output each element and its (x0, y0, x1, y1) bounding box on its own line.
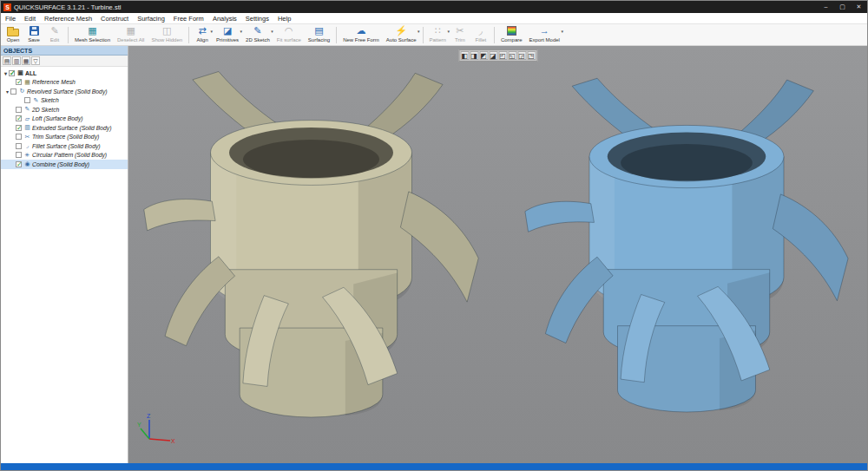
tree-label: Reference Mesh (32, 79, 76, 85)
primitives-button[interactable]: ◪ Primitives ▾ (213, 25, 242, 45)
menu-reference-mesh[interactable]: Reference Mesh (40, 13, 96, 24)
reference-mesh-model[interactable] (135, 65, 487, 442)
view-bottom-icon[interactable]: ◪ (489, 51, 497, 60)
checkbox-fillet-surface[interactable] (16, 143, 22, 149)
trim-label: Trim (455, 36, 465, 43)
menu-surfacing[interactable]: Surfacing (133, 13, 169, 24)
tree-label: Trim Surface (Solid Body) (32, 134, 99, 140)
checkbox-circular-pattern[interactable] (16, 152, 22, 158)
tree-view-icon[interactable]: ▤ (3, 56, 11, 65)
menu-file[interactable]: File (1, 13, 20, 24)
checkbox-sketch[interactable] (24, 97, 30, 103)
menu-construct[interactable]: Construct (96, 13, 133, 24)
menu-edit[interactable]: Edit (20, 13, 40, 24)
align-button[interactable]: ⇄ Align ▾ (192, 25, 213, 45)
new-free-form-button[interactable]: ☁ New Free Form (339, 25, 383, 45)
objects-tree: ▾ ▣ ALL ▦ Reference Mesh ▾ ↻ Revolved Su… (1, 67, 128, 169)
auto-surface-button[interactable]: ⚡ Auto Surface ▾ (383, 25, 420, 45)
checkbox-2d-sketch[interactable] (16, 107, 22, 113)
dropdown-arrow-icon[interactable]: ▾ (561, 29, 563, 34)
checkbox-combine[interactable] (16, 161, 22, 167)
view-right-icon[interactable]: ◨ (470, 51, 478, 60)
trim-button[interactable]: ✂ Trim (450, 25, 470, 45)
open-button[interactable]: Open (3, 25, 23, 45)
checkbox-trim-surface[interactable] (16, 134, 22, 140)
edit-button[interactable]: ✎ Edit (44, 25, 65, 45)
compare-button[interactable]: Compare (497, 25, 526, 45)
edit-label: Edit (50, 36, 59, 43)
viewport-3d[interactable]: ◧ ◨ ◩ ◪ ◰ ◱ ◲ ◳ (128, 46, 867, 463)
fit-surface-label: Fit surface (277, 36, 301, 43)
mesh-selection-button[interactable]: ▦ Mesh Selection (71, 25, 114, 45)
tree-item-reference-mesh[interactable]: ▦ Reference Mesh (1, 78, 128, 88)
tree-item-2d-sketch[interactable]: ✎ 2D Sketch (1, 105, 128, 114)
cad-model[interactable] (517, 72, 856, 436)
auto-surface-label: Auto Surface (386, 36, 417, 43)
deselect-all-button[interactable]: ▦ Deselect All (114, 25, 148, 45)
dropdown-arrow-icon[interactable]: ▾ (418, 29, 420, 34)
show-hidden-icon: ◫ (162, 25, 171, 36)
filter-icon[interactable]: ▽ (31, 56, 40, 65)
view-front-icon[interactable]: ◰ (498, 51, 507, 60)
view-top-icon[interactable]: ◩ (479, 51, 488, 60)
menu-analysis[interactable]: Analysis (208, 13, 241, 24)
surfacing-icon: ▤ (314, 25, 323, 36)
deselect-all-label: Deselect All (117, 36, 144, 43)
axis-y-label: Y (137, 422, 141, 428)
status-bar (1, 463, 867, 470)
group-view-icon[interactable]: ▦ (22, 56, 30, 65)
close-button[interactable]: ✕ (851, 1, 867, 13)
sketch-icon: ✎ (32, 97, 40, 104)
all-icon: ▣ (16, 69, 24, 76)
checkbox-revolved-surface[interactable] (10, 88, 16, 95)
maximize-button[interactable]: ▢ (834, 1, 851, 13)
surfacing-button[interactable]: ▤ Surfacing (305, 25, 333, 45)
checkbox-loft[interactable] (16, 115, 22, 121)
revolve-icon: ↻ (18, 88, 26, 95)
app-logo-icon: S (3, 3, 11, 11)
menu-help[interactable]: Help (273, 13, 295, 24)
sketch-2d-button[interactable]: ✎ 2D Sketch ▾ (242, 25, 273, 45)
extrude-icon: ▥ (23, 124, 31, 131)
axis-triad: Z X Y (137, 411, 177, 451)
tree-item-extruded-surface[interactable]: ▥ Extruded Surface (Solid Body) (1, 123, 128, 133)
primitives-icon: ◪ (223, 25, 232, 36)
tree-item-combine[interactable]: ◉ Combine (Solid Body) (1, 160, 128, 169)
tree-item-revolved-surface[interactable]: ▾ ↻ Revolved Surface (Solid Body) (1, 87, 128, 96)
menu-settings[interactable]: Settings (241, 13, 273, 24)
view-iso-icon[interactable]: ◲ (517, 51, 526, 60)
checkbox-reference-mesh[interactable] (16, 79, 22, 85)
tree-item-fillet-surface[interactable]: ◞ Fillet Surface (Solid Body) (1, 141, 128, 151)
sketch-icon: ✎ (23, 106, 31, 113)
menu-bar: File Edit Reference Mesh Construct Surfa… (1, 13, 867, 24)
compare-label: Compare (501, 36, 523, 43)
mesh-icon: ▦ (23, 79, 31, 86)
fit-surface-button[interactable]: ◠ Fit surface (273, 25, 305, 45)
tree-label: Circular Pattern (Solid Body) (32, 152, 107, 158)
minimize-button[interactable]: – (818, 1, 834, 13)
view-left-icon[interactable]: ◧ (460, 51, 469, 60)
tree-item-circular-pattern[interactable]: ✳ Circular Pattern (Solid Body) (1, 151, 128, 160)
view-perspective-icon[interactable]: ◳ (527, 51, 536, 60)
checkbox-extruded-surface[interactable] (16, 125, 22, 131)
tree-item-loft[interactable]: ▱ Loft (Surface Body) (1, 114, 128, 124)
tree-label: ALL (25, 70, 36, 76)
show-hidden-button[interactable]: ◫ Show Hidden (148, 25, 186, 45)
menu-free-form[interactable]: Free Form (169, 13, 208, 24)
tree-item-all[interactable]: ▾ ▣ ALL (1, 69, 128, 78)
view-toolbar: ◧ ◨ ◩ ◪ ◰ ◱ ◲ ◳ (458, 49, 537, 62)
list-view-icon[interactable]: ▥ (12, 56, 21, 65)
save-button[interactable]: Save (23, 25, 44, 45)
surfacing-label: Surfacing (308, 36, 330, 43)
expander-icon[interactable]: ▾ (3, 70, 9, 76)
pattern-button[interactable]: ∷ Pattern ▾ (426, 25, 450, 45)
view-back-icon[interactable]: ◱ (508, 51, 516, 60)
tree-item-trim-surface[interactable]: ✂ Trim Surface (Solid Body) (1, 133, 128, 142)
fillet-button[interactable]: ◞ Fillet (470, 25, 491, 45)
export-model-button[interactable]: → Export Model ▾ (526, 25, 563, 45)
tree-item-sketch[interactable]: ✎ Sketch (1, 96, 128, 106)
export-icon: → (540, 25, 549, 36)
checkbox-all[interactable] (9, 70, 15, 76)
expander-icon[interactable]: ▾ (4, 88, 10, 95)
tree-label: Fillet Surface (Solid Body) (32, 143, 101, 149)
